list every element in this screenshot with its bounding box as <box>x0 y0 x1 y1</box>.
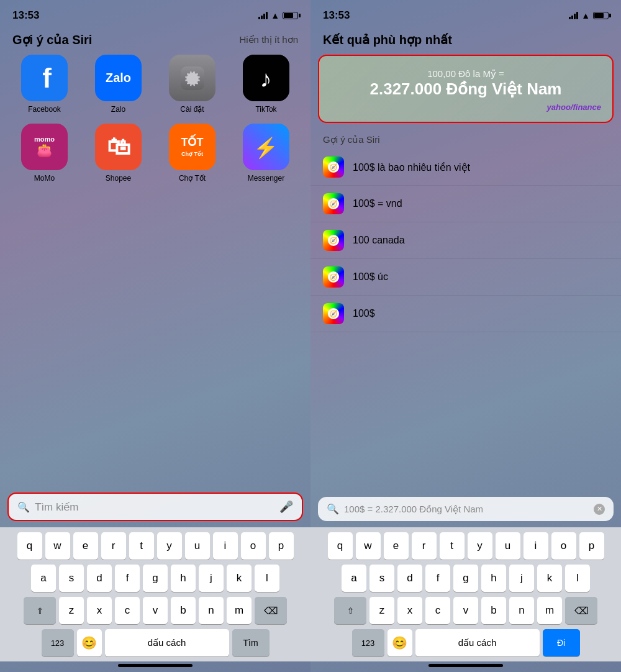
key-r[interactable]: r <box>101 532 126 560</box>
app-facebook[interactable]: f Facebook <box>12 55 76 114</box>
suggestion-5[interactable]: 🧭 100$ <box>310 296 621 332</box>
key-r-c[interactable]: c <box>425 597 450 624</box>
key-r-w[interactable]: w <box>356 532 381 560</box>
key-r-i[interactable]: i <box>524 532 548 560</box>
app-messenger[interactable]: ⚡ Messenger <box>234 124 298 183</box>
key-i[interactable]: i <box>213 532 238 560</box>
siri-header: Gợi ý của Siri Hiển thị ít hơn <box>0 27 310 55</box>
key-r-a[interactable]: a <box>342 565 366 592</box>
key-z[interactable]: z <box>59 597 84 624</box>
keyboard-right: q w e r t y u i o p a s d f g h j k l ⇧ … <box>310 527 621 661</box>
key-r-numbers[interactable]: 123 <box>352 629 384 656</box>
key-r-x[interactable]: x <box>397 597 422 624</box>
key-r-space[interactable]: dấu cách <box>415 629 540 656</box>
key-y[interactable]: y <box>157 532 182 560</box>
suggestion-2[interactable]: 🧭 100$ = vnd <box>310 186 621 222</box>
key-u[interactable]: u <box>185 532 210 560</box>
key-r-r[interactable]: r <box>412 532 437 560</box>
app-zalo[interactable]: Zalo Zalo <box>86 55 150 114</box>
key-e[interactable]: e <box>73 532 98 560</box>
key-r-v[interactable]: v <box>453 597 478 624</box>
app-label-shopee: Shopee <box>106 174 131 183</box>
siri-less-button[interactable]: Hiển thị ít hơn <box>239 34 298 45</box>
key-r-e[interactable]: e <box>384 532 409 560</box>
app-label-settings: Cài đặt <box>180 105 204 114</box>
key-numbers[interactable]: 123 <box>42 629 74 656</box>
suggestion-4[interactable]: 🧭 100$ úc <box>310 259 621 296</box>
key-r-shift[interactable]: ⇧ <box>334 597 366 624</box>
key-r-p[interactable]: p <box>579 532 604 560</box>
key-r-t[interactable]: t <box>440 532 465 560</box>
key-backspace[interactable]: ⌫ <box>255 597 287 624</box>
status-bar-right: 13:53 ▲ <box>310 0 621 27</box>
key-r-emoji[interactable]: 😊 <box>388 629 412 656</box>
key-r-h[interactable]: h <box>481 565 506 592</box>
key-l[interactable]: l <box>255 565 279 592</box>
messenger-icon: ⚡ <box>243 124 289 170</box>
app-chotot[interactable]: TỐT Chợ Tốt Chợ Tốt <box>160 124 224 183</box>
key-r-y[interactable]: y <box>468 532 492 560</box>
key-p[interactable]: p <box>269 532 294 560</box>
key-m[interactable]: m <box>227 597 252 624</box>
key-d[interactable]: d <box>87 565 112 592</box>
key-emoji[interactable]: 😊 <box>77 629 102 656</box>
key-s[interactable]: s <box>59 565 84 592</box>
key-h[interactable]: h <box>171 565 196 592</box>
search-bar-left[interactable]: 🔍 Tìm kiếm 🎤 <box>7 493 303 521</box>
key-r-s[interactable]: s <box>369 565 394 592</box>
search-bar-right[interactable]: 🔍 100$ = 2.327.000 Đồng Việt Nam ✕ <box>318 497 614 521</box>
key-r-m[interactable]: m <box>537 597 562 624</box>
key-o[interactable]: o <box>241 532 266 560</box>
key-q[interactable]: q <box>17 532 42 560</box>
currency-result-box[interactable]: 100,00 Đô la Mỹ = 2.327.000 Đồng Việt Na… <box>318 55 614 123</box>
key-r-g[interactable]: g <box>453 565 478 592</box>
app-momo[interactable]: momo 👛 MoMo <box>12 124 76 183</box>
suggestion-3[interactable]: 🧭 100 canada <box>310 222 621 259</box>
app-tiktok[interactable]: ♪ TikTok <box>234 55 298 114</box>
suggestion-text-1: 100$ là bao nhiêu tiền việt <box>353 161 470 173</box>
keyboard-row-4: 123 😊 dấu cách Tìm <box>2 629 308 656</box>
keyboard-row-3: ⇧ z x c v b n m ⌫ <box>2 597 308 624</box>
key-r-d[interactable]: d <box>397 565 422 592</box>
key-r-l[interactable]: l <box>565 565 590 592</box>
key-r-o[interactable]: o <box>551 532 576 560</box>
key-b[interactable]: b <box>171 597 196 624</box>
key-go[interactable]: Đi <box>543 629 580 656</box>
key-v[interactable]: v <box>143 597 168 624</box>
key-r-f[interactable]: f <box>425 565 450 592</box>
key-c[interactable]: c <box>115 597 140 624</box>
search-placeholder-left: Tìm kiếm <box>35 501 274 514</box>
result-main: 2.327.000 Đồng Việt Nam <box>330 79 601 99</box>
app-shopee[interactable]: 🛍 Shopee <box>86 124 150 183</box>
key-g[interactable]: g <box>143 565 168 592</box>
key-r-n[interactable]: n <box>509 597 534 624</box>
key-space[interactable]: dấu cách <box>105 629 229 656</box>
key-a[interactable]: a <box>31 565 56 592</box>
key-k[interactable]: k <box>227 565 252 592</box>
key-n[interactable]: n <box>199 597 224 624</box>
key-w[interactable]: w <box>45 532 70 560</box>
key-t[interactable]: t <box>129 532 154 560</box>
keyboard-row-r2: a s d f g h j k l <box>313 565 619 592</box>
clear-button[interactable]: ✕ <box>594 504 605 515</box>
key-r-b[interactable]: b <box>481 597 506 624</box>
suggestion-1[interactable]: 🧭 100$ là bao nhiêu tiền việt <box>310 149 621 186</box>
key-f[interactable]: f <box>115 565 140 592</box>
key-r-u[interactable]: u <box>496 532 520 560</box>
key-r-backspace[interactable]: ⌫ <box>565 597 597 624</box>
key-r-q[interactable]: q <box>328 532 353 560</box>
key-r-j[interactable]: j <box>509 565 534 592</box>
key-j[interactable]: j <box>199 565 224 592</box>
key-r-z[interactable]: z <box>369 597 394 624</box>
wifi-icon-right: ▲ <box>581 11 590 20</box>
wifi-icon: ▲ <box>271 11 279 20</box>
keyboard-row-1: q w e r t y u i o p <box>2 532 308 560</box>
safari-icon-2: 🧭 <box>323 193 344 214</box>
key-search[interactable]: Tìm <box>232 629 270 656</box>
app-settings[interactable]: Cài đặt <box>160 55 224 114</box>
key-r-k[interactable]: k <box>537 565 562 592</box>
search-value-right: 100$ = 2.327.000 Đồng Việt Nam <box>344 504 589 515</box>
mic-icon-left[interactable]: 🎤 <box>279 500 293 514</box>
key-shift[interactable]: ⇧ <box>24 597 56 624</box>
key-x[interactable]: x <box>87 597 112 624</box>
